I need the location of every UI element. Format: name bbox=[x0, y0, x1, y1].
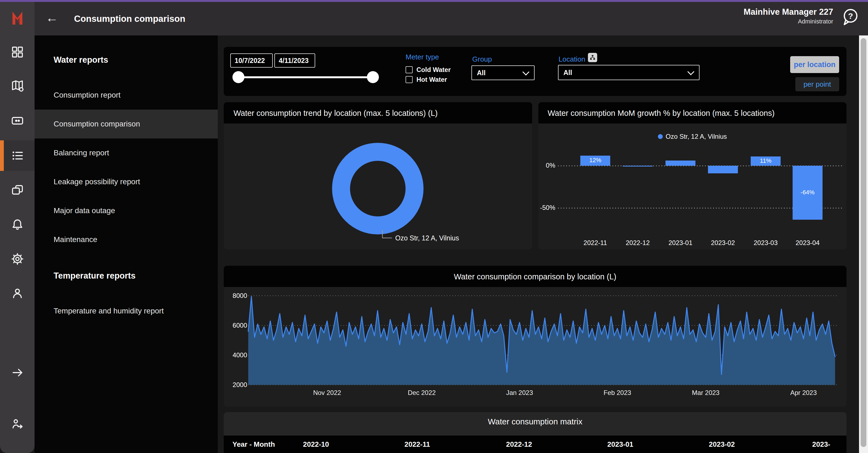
sidebar-item-temperature-and-humidity-report[interactable]: Temperature and humidity report bbox=[35, 296, 218, 325]
x-axis-month-label: Jan 2023 bbox=[506, 389, 533, 397]
bar-2022-12 bbox=[623, 166, 653, 167]
page-title: Consumption comparison bbox=[74, 0, 185, 35]
accent-strip bbox=[0, 0, 868, 2]
help-button[interactable]: ? bbox=[841, 8, 860, 27]
chevron-down-icon bbox=[687, 68, 694, 75]
per-location-button[interactable]: per location bbox=[790, 56, 839, 73]
donut-chart bbox=[224, 102, 532, 249]
x-axis-tick: 2023-03 bbox=[754, 239, 778, 247]
matrix-header-cell: 2022-10 bbox=[303, 435, 329, 453]
icon-rail bbox=[0, 35, 35, 453]
rail-item-logout[interactable] bbox=[0, 409, 35, 440]
bar-2023-04: -64% bbox=[793, 166, 823, 220]
x-axis-tick: 2022-11 bbox=[584, 239, 607, 247]
location-select-value: All bbox=[563, 69, 572, 77]
group-label: Group bbox=[472, 55, 492, 63]
location-hierarchy-icon[interactable] bbox=[588, 53, 597, 62]
user-icon bbox=[11, 287, 24, 300]
sidebar-item-consumption-comparison[interactable]: Consumption comparison bbox=[35, 110, 218, 138]
report-list-icon bbox=[11, 149, 24, 162]
logout-icon bbox=[11, 418, 24, 431]
sidebar-item-maintenance[interactable]: Maintenance bbox=[35, 225, 218, 254]
app-logo[interactable] bbox=[0, 0, 35, 35]
sidebar-item-consumption-report[interactable]: Consumption report bbox=[35, 81, 218, 110]
line-chart-labels: 2000400060008000Nov 2022Dec 2022Jan 2023… bbox=[224, 266, 846, 407]
x-axis-tick: 2023-02 bbox=[711, 239, 735, 247]
x-axis-month-label: Apr 2023 bbox=[790, 389, 816, 397]
main-content: Meter type Cold Water Hot Water Group Al… bbox=[218, 35, 868, 453]
y-axis-tick: -50% bbox=[538, 204, 555, 211]
rail-item-user[interactable] bbox=[0, 278, 35, 309]
cold-water-row: Cold Water bbox=[406, 66, 451, 74]
y-axis-tick: 8000 bbox=[225, 292, 247, 300]
slider-handle-end[interactable] bbox=[367, 71, 379, 83]
x-axis-tick: 2022-12 bbox=[626, 239, 650, 247]
rail-item-collapse-arrow[interactable] bbox=[0, 357, 35, 388]
cold-water-checkbox[interactable] bbox=[406, 66, 413, 73]
y-axis-tick: 0% bbox=[538, 162, 555, 169]
date-to-input[interactable] bbox=[274, 53, 315, 67]
bar-value-label: 11% bbox=[751, 157, 781, 164]
svg-text:?: ? bbox=[848, 11, 853, 21]
mom-growth-chart-card: Water consumption MoM growth % by locati… bbox=[538, 102, 846, 249]
notifications-bell-icon bbox=[11, 218, 24, 231]
dashboard-grid-icon bbox=[11, 46, 24, 59]
x-axis-month-label: Nov 2022 bbox=[313, 389, 341, 397]
comparison-line-chart-card: Water consumption comparison by location… bbox=[224, 266, 846, 407]
sidebar-item-leakage-possibility-report[interactable]: Leakage possibility report bbox=[35, 167, 218, 196]
per-point-button[interactable]: per point bbox=[795, 77, 839, 91]
bar-2023-02 bbox=[708, 166, 738, 173]
date-range-slider[interactable] bbox=[235, 76, 376, 78]
windows-icon bbox=[11, 184, 24, 197]
sidebar-item-balancing-report[interactable]: Balancing report bbox=[35, 138, 218, 167]
sidebar: Water reportsConsumption reportConsumpti… bbox=[35, 35, 218, 453]
rail-item-map[interactable] bbox=[0, 70, 35, 101]
meter-type-label: Meter type bbox=[406, 53, 439, 61]
vertical-scrollbar-thumb[interactable] bbox=[861, 38, 866, 447]
bar-2023-01 bbox=[665, 161, 695, 166]
logo-m-icon bbox=[10, 10, 25, 25]
rail-item-meter-card[interactable] bbox=[0, 106, 35, 136]
matrix-header-cell: 2023-01 bbox=[607, 435, 633, 453]
matrix-table-card: Water consumption matrix Year - Month202… bbox=[224, 412, 846, 453]
help-icon: ? bbox=[841, 8, 860, 27]
rail-item-report-list[interactable] bbox=[0, 140, 35, 171]
user-name: Mainhive Manager 227 bbox=[744, 6, 833, 18]
settings-gear-icon bbox=[11, 252, 24, 265]
bar-2022-11: 12% bbox=[580, 155, 610, 166]
hot-water-label: Hot Water bbox=[416, 76, 447, 83]
y-axis-tick: 6000 bbox=[225, 322, 247, 329]
hot-water-row: Hot Water bbox=[406, 76, 447, 83]
active-indicator bbox=[0, 140, 4, 171]
slider-handle-start[interactable] bbox=[232, 71, 244, 83]
topbar: ← Consumption comparison Mainhive Manage… bbox=[0, 0, 868, 35]
x-axis-month-label: Mar 2023 bbox=[692, 389, 719, 397]
x-axis-tick: 2023-04 bbox=[796, 239, 819, 247]
rail-item-settings-gear[interactable] bbox=[0, 244, 35, 274]
back-button[interactable]: ← bbox=[46, 10, 58, 25]
user-block[interactable]: Mainhive Manager 227 Administrator bbox=[744, 6, 833, 26]
rail-item-windows[interactable] bbox=[0, 175, 35, 205]
chevron-down-icon bbox=[522, 68, 529, 75]
location-select[interactable]: All bbox=[558, 65, 700, 80]
matrix-header-cell: Year - Month bbox=[232, 435, 275, 453]
sidebar-item-major-data-outage[interactable]: Major data outage bbox=[35, 196, 218, 225]
hot-water-checkbox[interactable] bbox=[406, 76, 413, 83]
vertical-scrollbar-track[interactable] bbox=[859, 35, 868, 453]
mom-chart-plot: 0%-50%12%2022-112022-122023-012023-0211%… bbox=[538, 102, 846, 249]
sidebar-section-heading: Water reports bbox=[35, 55, 218, 65]
group-select[interactable]: All bbox=[471, 65, 534, 80]
donut-callout-label: Ozo Str, 12 A, Vilnius bbox=[395, 234, 459, 242]
matrix-title: Water consumption matrix bbox=[224, 417, 846, 426]
matrix-header-cell: 2022-11 bbox=[404, 435, 430, 453]
collapse-arrow-icon bbox=[11, 366, 24, 379]
meter-card-icon bbox=[11, 114, 24, 127]
rail-item-notifications-bell[interactable] bbox=[0, 209, 35, 240]
matrix-header-cell: 2023-03 bbox=[812, 435, 835, 453]
group-select-value: All bbox=[477, 69, 486, 77]
date-from-input[interactable] bbox=[230, 53, 273, 67]
rail-item-dashboard-grid[interactable] bbox=[0, 37, 35, 67]
sidebar-section-heading: Temperature reports bbox=[35, 271, 218, 281]
filter-bar: Meter type Cold Water Hot Water Group Al… bbox=[224, 47, 846, 96]
y-axis-tick: 2000 bbox=[225, 381, 247, 389]
